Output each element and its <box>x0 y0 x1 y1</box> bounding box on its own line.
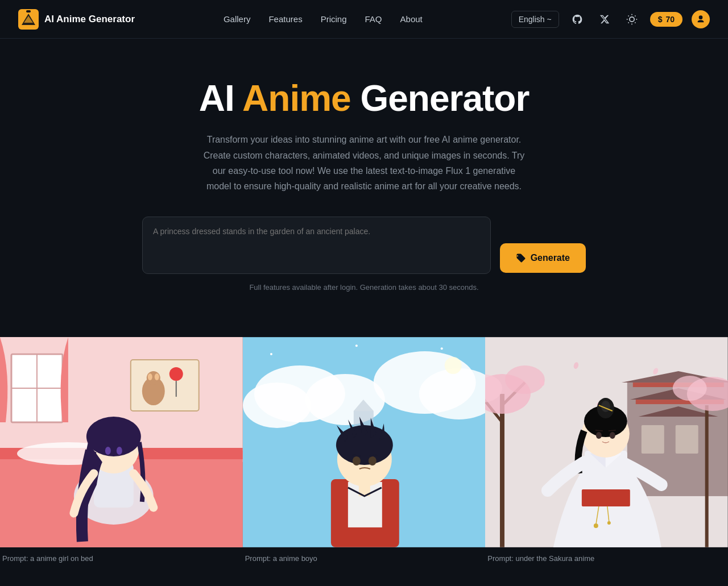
svg-point-44 <box>355 344 358 347</box>
prompt-input[interactable] <box>153 225 480 263</box>
svg-point-22 <box>169 367 183 381</box>
gallery-caption-1: Prompt: a anime girl on bed <box>0 550 243 565</box>
svg-point-21 <box>155 373 159 380</box>
svg-point-31 <box>105 447 111 455</box>
twitter-icon <box>599 14 610 24</box>
gallery-image-1 <box>0 337 243 547</box>
svg-point-76 <box>673 376 707 401</box>
login-notice: Full features available after login. Gen… <box>249 283 478 292</box>
nav-right: English ~ <box>511 10 710 28</box>
svg-point-43 <box>440 347 442 350</box>
hero-title-part1: AI <box>199 78 242 119</box>
gallery-item-3: Prompt: under the Sakura anime <box>485 337 728 565</box>
svg-point-92 <box>596 432 602 439</box>
svg-line-6 <box>635 22 635 23</box>
gallery-item-1: Prompt: a anime girl on bed <box>0 337 243 565</box>
credits-amount: 70 <box>665 15 675 24</box>
nav-pricing[interactable]: Pricing <box>321 14 347 24</box>
language-selector[interactable]: English ~ <box>511 11 559 28</box>
svg-rect-67 <box>676 425 698 454</box>
login-button[interactable] <box>692 10 710 28</box>
twitter-button[interactable] <box>595 10 614 28</box>
github-button[interactable] <box>568 10 586 28</box>
svg-point-73 <box>505 365 545 394</box>
gallery-image-3 <box>485 337 728 547</box>
gallery-item-2: Prompt: a anime boyo <box>243 337 486 565</box>
prompt-section: Generate <box>142 217 586 274</box>
svg-point-54 <box>353 456 361 466</box>
logo-link[interactable]: AI Anime Generator <box>18 9 135 30</box>
svg-point-83 <box>594 523 598 528</box>
svg-point-30 <box>86 417 141 456</box>
svg-point-85 <box>607 521 611 525</box>
logo-text: AI Anime Generator <box>44 14 135 25</box>
generate-button[interactable]: Generate <box>500 243 586 273</box>
nav-links: Gallery Features Pricing FAQ About <box>224 14 423 24</box>
sun-icon <box>626 14 638 25</box>
dollar-sign: $ <box>658 15 663 24</box>
nav-features[interactable]: Features <box>268 14 302 24</box>
svg-point-32 <box>117 447 122 455</box>
hero-section: AI Anime Generator Transform your ideas … <box>0 39 728 337</box>
gallery-caption-3: Prompt: under the Sakura anime <box>485 550 728 565</box>
prompt-box <box>142 217 491 274</box>
hero-description: Transform your ideas into stunning anime… <box>202 132 526 194</box>
svg-line-10 <box>635 15 635 16</box>
gallery-section: Prompt: a anime girl on bed <box>0 337 728 565</box>
svg-point-41 <box>444 357 461 374</box>
credits-badge[interactable]: $ 70 <box>650 12 682 27</box>
svg-rect-66 <box>642 425 664 454</box>
navbar: AI Anime Generator Gallery Features Pric… <box>0 0 728 39</box>
svg-point-93 <box>610 432 615 439</box>
nav-faq[interactable]: FAQ <box>365 14 382 24</box>
svg-line-5 <box>628 15 628 16</box>
hero-title-part2: Generator <box>351 78 530 119</box>
svg-point-42 <box>270 353 272 355</box>
svg-point-55 <box>368 456 376 466</box>
svg-rect-81 <box>582 489 630 506</box>
svg-line-94 <box>595 430 603 431</box>
nav-gallery[interactable]: Gallery <box>224 14 251 24</box>
login-icon <box>696 15 705 24</box>
svg-rect-1 <box>26 10 31 13</box>
github-icon <box>572 14 583 25</box>
svg-point-20 <box>148 373 152 380</box>
nav-about[interactable]: About <box>400 14 423 24</box>
svg-point-2 <box>629 16 634 21</box>
logo-icon <box>18 9 39 30</box>
svg-point-36 <box>243 383 311 428</box>
svg-rect-17 <box>131 360 199 411</box>
gallery-caption-2: Prompt: a anime boyo <box>243 550 486 565</box>
gallery-image-2 <box>243 337 486 547</box>
hero-title: AI Anime Generator <box>199 78 530 118</box>
generate-icon <box>516 253 526 263</box>
svg-line-9 <box>628 22 628 23</box>
theme-toggle[interactable] <box>623 10 641 28</box>
hero-title-accent: Anime <box>242 78 351 119</box>
svg-line-95 <box>609 430 616 431</box>
